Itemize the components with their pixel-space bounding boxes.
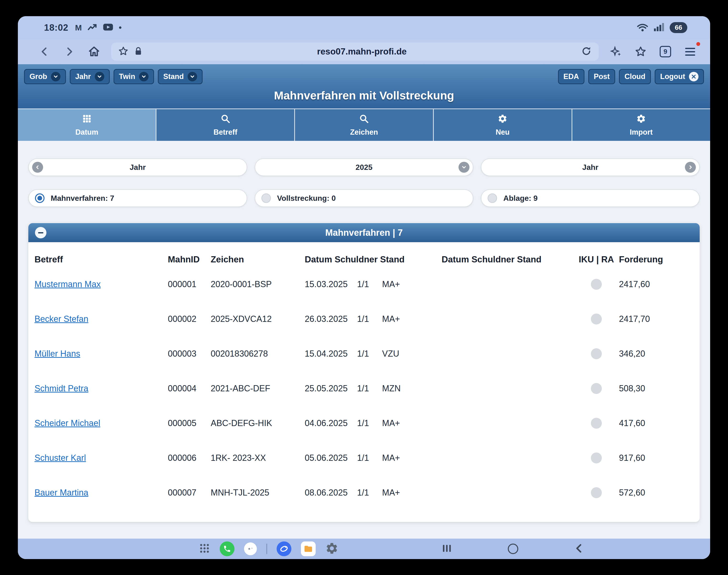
filter-vollstreckung[interactable]: Vollstreckung: 0 — [255, 190, 474, 207]
trending-icon — [88, 23, 97, 32]
url-text[interactable]: reso07.mahn-profi.de — [148, 47, 575, 57]
gear-icon — [498, 114, 508, 126]
favorites-star-icon[interactable] — [633, 44, 648, 59]
tab-switcher-button[interactable]: 9 — [658, 44, 673, 59]
betreff-link[interactable]: Mustermann Max — [34, 279, 168, 289]
betreff-link[interactable]: Scheider Michael — [34, 418, 168, 428]
filter-ablage[interactable]: Ablage: 9 — [481, 190, 700, 207]
mahnid-cell: 000004 — [168, 383, 211, 394]
browser-app-icon[interactable] — [277, 541, 291, 556]
home-button[interactable] — [87, 44, 102, 59]
browser-back-button[interactable] — [37, 44, 52, 59]
lock-icon — [134, 46, 143, 57]
radio-unselected-icon[interactable] — [261, 194, 271, 203]
collapse-button[interactable] — [35, 227, 46, 238]
clock: 18:02 — [44, 23, 68, 33]
table-row: Becker Stefan 000002 2025-XDVCA12 26.03.… — [34, 302, 694, 336]
chevron-down-icon — [188, 72, 197, 81]
post-button[interactable]: Post — [588, 69, 615, 84]
camera-app-icon[interactable] — [244, 542, 257, 555]
stand-cell: MA+ — [382, 314, 442, 324]
iku-ra-indicator[interactable] — [591, 313, 602, 325]
chevron-left-icon[interactable] — [32, 162, 43, 173]
radio-selected-icon[interactable] — [35, 194, 44, 203]
mahnid-cell: 000002 — [168, 314, 211, 324]
datum-cell: 15.04.2025 — [305, 349, 357, 359]
browser-menu-button[interactable] — [683, 44, 698, 59]
forderung-cell: 2417,60 — [619, 279, 694, 289]
stand-cell: MZN — [382, 383, 442, 394]
betreff-link[interactable]: Bauer Martina — [34, 488, 168, 498]
radio-unselected-icon[interactable] — [487, 194, 497, 203]
browser-forward-button[interactable] — [62, 44, 77, 59]
zeichen-cell: MNH-TJL-2025 — [211, 488, 305, 498]
mahnid-cell: 000007 — [168, 488, 211, 498]
chevron-down-icon — [95, 72, 104, 81]
chevron-down-icon — [51, 72, 60, 81]
search-icon — [220, 114, 230, 126]
table-row: Bauer Martina 000007 MNH-TJL-2025 08.06.… — [34, 475, 694, 510]
phone-app-icon[interactable] — [220, 541, 234, 556]
tab-zeichen[interactable]: Zeichen — [295, 109, 434, 141]
iku-ra-indicator[interactable] — [591, 452, 602, 464]
schuldner-cell: 1/1 — [357, 279, 382, 289]
menu-badge — [696, 42, 700, 46]
dropdown-jahr[interactable]: Jahr — [70, 69, 109, 84]
schuldner-cell: 1/1 — [357, 314, 382, 324]
col-zeichen: Zeichen — [211, 255, 305, 265]
forderung-cell: 572,60 — [619, 488, 694, 498]
year-select[interactable]: 2025 — [255, 159, 474, 176]
files-app-icon[interactable] — [301, 541, 316, 556]
mahnid-cell: 000006 — [168, 453, 211, 463]
betreff-link[interactable]: Müller Hans — [34, 349, 168, 359]
prev-year-pill[interactable]: Jahr — [28, 159, 247, 176]
bookmark-star-icon[interactable] — [118, 46, 128, 57]
table-body: Mustermann Max 000001 2020-0001-BSP 15.0… — [34, 267, 694, 510]
tab-betreff[interactable]: Betreff — [156, 109, 295, 141]
ai-sparkle-icon[interactable] — [608, 44, 624, 59]
next-year-pill[interactable]: Jahr — [481, 159, 700, 176]
chevron-right-icon[interactable] — [685, 162, 696, 173]
settings-gear-icon[interactable] — [325, 542, 339, 556]
betreff-link[interactable]: Schuster Karl — [34, 453, 168, 463]
iku-ra-cell — [574, 348, 619, 359]
apps-grid-icon[interactable] — [199, 543, 210, 555]
mahnid-cell: 000005 — [168, 418, 211, 428]
betreff-link[interactable]: Schmidt Petra — [34, 383, 168, 394]
tab-neu[interactable]: Neu — [434, 109, 572, 141]
filter-mahnverfahren[interactable]: Mahnverfahren: 7 — [28, 190, 247, 207]
iku-ra-cell — [574, 418, 619, 429]
grid-icon — [82, 114, 92, 126]
col-iku-ra: IKU | RA — [574, 255, 619, 265]
iku-ra-indicator[interactable] — [591, 418, 602, 429]
dropdown-grob[interactable]: Grob — [24, 69, 66, 84]
schuldner-cell: 1/1 — [357, 453, 382, 463]
schuldner-cell: 1/1 — [357, 383, 382, 394]
android-nav-bar — [18, 539, 710, 559]
gear-icon — [636, 114, 646, 126]
iku-ra-cell — [574, 383, 619, 394]
iku-ra-indicator[interactable] — [591, 348, 602, 359]
iku-ra-indicator[interactable] — [591, 279, 602, 290]
iku-ra-indicator[interactable] — [591, 487, 602, 498]
refresh-icon[interactable] — [581, 46, 592, 57]
back-key[interactable] — [574, 543, 584, 554]
recent-apps-key[interactable] — [442, 543, 452, 554]
col-forderung: Forderung — [619, 255, 694, 265]
iku-ra-indicator[interactable] — [591, 383, 602, 394]
betreff-link[interactable]: Becker Stefan — [34, 314, 168, 324]
tab-import[interactable]: Import — [572, 109, 710, 141]
stand-cell: MA+ — [382, 453, 442, 463]
chevron-down-icon — [139, 72, 149, 81]
tab-datum[interactable]: Datum — [18, 109, 156, 141]
notification-dot-icon — [119, 26, 121, 29]
dropdown-stand[interactable]: Stand — [158, 69, 202, 84]
chevron-down-icon[interactable] — [458, 162, 470, 173]
dropdown-twin[interactable]: Twin — [114, 69, 154, 84]
home-key[interactable] — [508, 544, 518, 554]
logout-button[interactable]: Logout — [655, 69, 704, 84]
address-bar[interactable]: reso07.mahn-profi.de — [111, 42, 599, 61]
table-row: Müller Hans 000003 002018306278 15.04.20… — [34, 336, 694, 371]
cloud-button[interactable]: Cloud — [619, 69, 651, 84]
eda-button[interactable]: EDA — [558, 69, 584, 84]
